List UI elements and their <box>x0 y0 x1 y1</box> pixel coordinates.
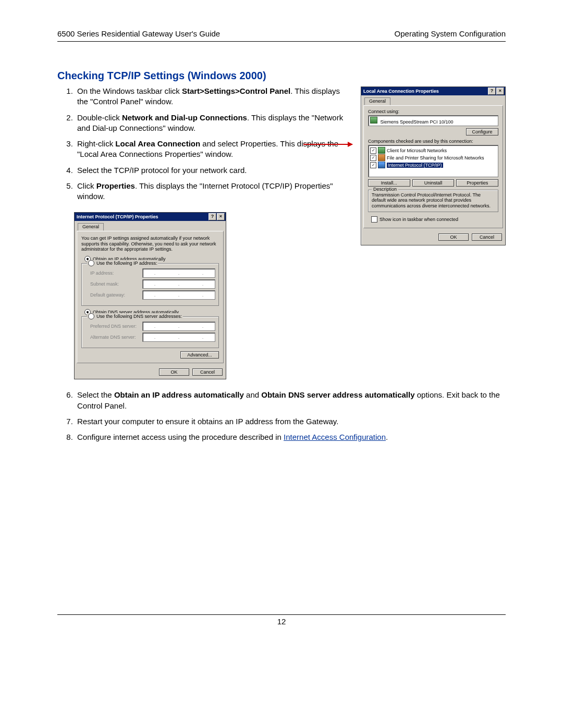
gateway-label: Default gateway: <box>85 292 142 298</box>
checkbox-icon[interactable]: ✓ <box>370 155 376 161</box>
components-label: Components checked are used by this conn… <box>368 139 498 144</box>
description-group: Description Transmission Control Protoco… <box>368 190 498 212</box>
page-header: 6500 Series Residential Gateway User's G… <box>57 29 506 40</box>
share-icon <box>378 154 385 161</box>
lan-tabpanel: Connect using: Siemens SpeedStream PCI 1… <box>363 105 503 228</box>
pref-dns-field[interactable]: ... <box>142 322 215 331</box>
configure-button[interactable]: Configure <box>466 128 498 135</box>
ok-button[interactable]: OK <box>438 233 469 241</box>
radio-icon[interactable] <box>88 313 94 319</box>
step-7: Restart your computer to ensure it obtai… <box>75 416 506 427</box>
client-icon <box>378 147 385 154</box>
close-icon[interactable]: × <box>496 88 504 95</box>
components-list[interactable]: ✓Client for Microsoft Networks ✓File and… <box>368 145 498 177</box>
component-client: ✓Client for Microsoft Networks <box>370 147 496 154</box>
properties-button[interactable]: Properties <box>456 179 498 187</box>
ok-button[interactable]: OK <box>159 368 189 376</box>
header-rule <box>57 41 506 42</box>
step-8: Configure internet access using the proc… <box>75 432 506 442</box>
static-ip-group: Use the following IP address: IP address… <box>81 263 219 306</box>
alt-dns-label: Alternate DNS server: <box>85 335 142 340</box>
tcp-title: Internet Protocol (TCP/IP) Properties <box>76 214 208 219</box>
showicon-label: Show icon in taskbar when connected <box>380 217 458 222</box>
adapter-name: Siemens SpeedStream PCI 10/100 <box>381 119 454 125</box>
tab-general[interactable]: General <box>78 223 104 231</box>
lan-title: Local Area Connection Properties <box>362 89 487 94</box>
ip-field[interactable]: ... <box>142 268 215 278</box>
step-6: Select the Obtain an IP address automati… <box>75 390 506 411</box>
checkbox-icon[interactable]: ✓ <box>370 162 376 168</box>
tcpip-properties-dialog: Internet Protocol (TCP/IP) Properties ? … <box>74 212 226 379</box>
adapter-field: Siemens SpeedStream PCI 10/100 <box>368 115 498 126</box>
nic-icon <box>370 117 377 124</box>
ip-label: IP address: <box>85 270 142 276</box>
subnet-label: Subnet mask: <box>85 281 142 287</box>
close-icon[interactable]: × <box>217 213 225 220</box>
pref-dns-label: Preferred DNS server: <box>85 324 142 329</box>
uninstall-button[interactable]: Uninstall <box>412 179 455 187</box>
tab-general[interactable]: General <box>364 97 390 105</box>
showicon-checkbox[interactable] <box>371 216 377 223</box>
component-share: ✓File and Printer Sharing for Microsoft … <box>370 154 496 161</box>
static-dns-group: Use the following DNS server addresses: … <box>81 316 219 348</box>
gateway-field[interactable]: ... <box>142 290 215 300</box>
header-right: Operating System Configuration <box>395 29 506 38</box>
alt-dns-field[interactable]: ... <box>142 332 215 342</box>
description-text: Transmission Control Protocol/Internet P… <box>372 192 495 208</box>
internet-access-link[interactable]: Internet Access Configuration <box>284 433 386 441</box>
help-icon[interactable]: ? <box>209 213 216 220</box>
tcp-icon <box>378 162 385 168</box>
steps-list-bottom: Select the Obtain an IP address automati… <box>57 390 506 442</box>
lan-titlebar: Local Area Connection Properties ? × <box>361 87 505 95</box>
cancel-button[interactable]: Cancel <box>192 368 223 376</box>
advanced-button[interactable]: Advanced... <box>180 351 219 359</box>
install-button[interactable]: Install... <box>368 179 410 187</box>
section-heading: Checking TCP/IP Settings (Windows 2000) <box>57 70 506 82</box>
cancel-button[interactable]: Cancel <box>472 233 502 241</box>
component-tcpip: ✓Internet Protocol (TCP/IP) <box>370 162 496 168</box>
tcp-titlebar: Internet Protocol (TCP/IP) Properties ? … <box>75 213 226 221</box>
tcp-tabpanel: You can get IP settings assigned automat… <box>77 231 224 363</box>
help-icon[interactable]: ? <box>488 88 496 95</box>
checkbox-icon[interactable]: ✓ <box>370 147 376 154</box>
tcp-description: You can get IP settings assigned automat… <box>81 236 219 252</box>
description-legend: Description <box>372 187 398 192</box>
connect-using-label: Connect using: <box>368 109 498 114</box>
callout-arrow <box>303 144 352 145</box>
lan-properties-dialog: Local Area Connection Properties ? × Gen… <box>361 87 506 245</box>
page-number: 12 <box>57 615 506 626</box>
subnet-field[interactable]: ... <box>142 279 215 289</box>
header-left: 6500 Series Residential Gateway User's G… <box>57 29 220 38</box>
radio-icon[interactable] <box>88 260 94 266</box>
